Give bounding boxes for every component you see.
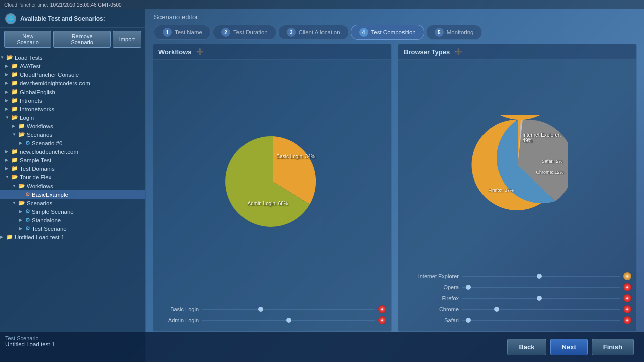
sidebar: 🌐 Available Test and Scenarios: New Scen… <box>0 9 146 362</box>
step-tab-3[interactable]: 3Client Allocation <box>278 25 349 40</box>
basic-login-thumb[interactable] <box>258 307 263 312</box>
browser-types-panel: Browser Types ➕ <box>398 44 637 332</box>
tree-label: Login <box>20 115 34 121</box>
browser-types-add-icon[interactable]: ➕ <box>454 47 463 56</box>
basic-login-icon: ● <box>378 305 386 313</box>
opera-thumb[interactable] <box>466 285 471 290</box>
next-button[interactable]: Next <box>550 339 588 355</box>
tree-item-basicexample[interactable]: ⚙BasicExample <box>0 190 145 199</box>
sidebar-bottom: Test Scenario Untitled Load test 1 <box>0 332 146 362</box>
finish-button[interactable]: Finish <box>592 339 634 355</box>
tree-item-workflows[interactable]: ▶📁Workflows <box>0 122 145 130</box>
safari-thumb[interactable] <box>466 318 471 323</box>
browser-types-title: Browser Types <box>404 48 450 56</box>
safari-slider-row: Safari ● <box>404 316 631 324</box>
cloudpuncher-time-value: 10/21/2010 13:00:46 GMT-0500 <box>50 2 122 8</box>
step-num-2: 2 <box>221 28 230 37</box>
workflows-panel-header: Workflows ➕ <box>153 44 391 60</box>
chrome-slider-row: Chrome ● <box>404 305 631 313</box>
tree-item-test-scenario[interactable]: ▶⚙Test Scenario <box>0 224 145 233</box>
tree-item-globalenglish[interactable]: ▶📁GlobalEnglish <box>0 87 145 96</box>
workflows-panel: Workflows ➕ Basic Login: 34% Admin Login… <box>153 44 392 332</box>
tree-item-load-tests[interactable]: ▼📂Load Tests <box>0 53 145 62</box>
scenario-editor-label: Scenario editor: <box>154 13 200 21</box>
browser-types-pie-chart: Internet Explorer: 49% Safari: 2% Chrome… <box>467 115 568 215</box>
tree-item-scenarios-2[interactable]: ▼📂Scenarios <box>0 199 145 207</box>
step-tabs: 1Test Name2Test Duration3Client Allocati… <box>146 23 644 44</box>
tree-label: Untitled Load test 1 <box>15 234 64 240</box>
step-label-3: Client Allocation <box>299 29 340 35</box>
sidebar-icon: 🌐 <box>5 13 16 24</box>
firefox-track[interactable] <box>462 298 620 299</box>
tree-item-sample-test[interactable]: ▶📁Sample Test <box>0 156 145 164</box>
chrome-thumb[interactable] <box>494 307 499 312</box>
tree-item-simple-scenario[interactable]: ▶⚙Simple Scenario <box>0 207 145 216</box>
tree-item-cloudpuncher-console[interactable]: ▶📁CloudPuncher Console <box>0 70 145 79</box>
firefox-icon: ● <box>623 294 631 302</box>
header-bar: CloudPuncher time: 10/21/2010 13:00:46 G… <box>0 0 644 9</box>
firefox-slider-row: Firefox ● <box>404 294 631 302</box>
step-tab-2[interactable]: 2Test Duration <box>213 25 276 40</box>
scenario-header: Scenario editor: <box>146 9 644 23</box>
safari-label-text: Safari <box>404 317 459 323</box>
new-scenario-button[interactable]: New Scenario <box>4 31 51 48</box>
step-label-1: Test Name <box>175 29 202 35</box>
tree-item-test-domains[interactable]: ▶📁Test Domains <box>0 164 145 173</box>
step-label-5: Monitoring <box>447 29 474 35</box>
step-num-1: 1 <box>163 28 172 37</box>
tree-label: dev.themidnightcoders.com <box>20 80 90 86</box>
chrome-track[interactable] <box>462 309 620 310</box>
browser-types-chart-area: Internet Explorer: 49% Safari: 2% Chrome… <box>398 60 636 270</box>
ie-thumb[interactable] <box>537 274 542 279</box>
tree-label: Scenarios <box>27 132 52 138</box>
tree-label: Workflows <box>27 183 53 189</box>
sidebar-status-label: Test Scenario <box>5 335 141 341</box>
tree-item-untitled-load-test-1[interactable]: ▶📁Untitled Load test 1 <box>0 233 145 241</box>
firefox-thumb[interactable] <box>537 296 542 301</box>
step-tab-5[interactable]: 5Monitoring <box>426 25 482 40</box>
tree-item-standalone[interactable]: ▶⚙Standalone <box>0 216 145 224</box>
tree-item-new-cloudpuncher[interactable]: ▶📁new.cloudpuncher.com <box>0 147 145 156</box>
basic-login-label-text: Basic Login <box>158 306 199 312</box>
tree-label: Workflows <box>27 123 53 129</box>
tree-item-workflows-2[interactable]: ▼📂Workflows <box>0 182 145 190</box>
tree-container: ▼📂Load Tests▶📁AVATest▶📁CloudPuncher Cons… <box>0 51 145 356</box>
remove-scenario-button[interactable]: Remove Scenario <box>53 31 110 48</box>
browser-types-panel-header: Browser Types ➕ <box>398 44 636 60</box>
tree-label: Sample Test <box>20 157 51 163</box>
tree-label: Test Scenario <box>32 226 67 232</box>
tree-item-login[interactable]: ▼📂Login <box>0 113 145 122</box>
tree-item-intronetworks[interactable]: ▶📁Intronetworks <box>0 105 145 113</box>
workflows-pie-svg <box>222 131 323 232</box>
sidebar-status-sublabel: Untitled Load test 1 <box>5 341 141 347</box>
basic-login-slider-row: Basic Login ● <box>158 305 386 313</box>
tree-label: Scenarios <box>27 200 52 206</box>
tree-item-scenarios[interactable]: ▼📂Scenarios <box>0 130 145 139</box>
admin-login-track[interactable] <box>202 320 375 321</box>
browser-sliders: Internet Explorer ● Opera ● Firefox <box>398 270 636 331</box>
tree-label: Scenario #0 <box>32 140 62 146</box>
opera-track[interactable] <box>462 287 620 288</box>
tree-item-scenario-0[interactable]: ▶⚙Scenario #0 <box>0 139 145 147</box>
workflows-add-icon[interactable]: ➕ <box>196 47 205 56</box>
safari-icon: ● <box>623 316 631 324</box>
step-tab-4[interactable]: 4Test Composition <box>351 25 424 40</box>
back-button[interactable]: Back <box>507 339 546 355</box>
import-button[interactable]: Import <box>113 31 141 48</box>
safari-track[interactable] <box>462 320 620 321</box>
tree-label: Load Tests <box>15 55 42 61</box>
ie-track[interactable] <box>462 276 620 277</box>
workflows-pie-chart: Basic Login: 34% Admin Login: 66% <box>222 131 323 232</box>
tree-label: AVATest <box>20 63 41 69</box>
tree-label: Intronets <box>20 98 42 104</box>
sidebar-title: Available Test and Scenarios: <box>20 15 105 22</box>
tree-item-tour-de-flex[interactable]: ▼📂Tour de Flex <box>0 173 145 182</box>
tree-item-avatest[interactable]: ▶📁AVATest <box>0 62 145 70</box>
chrome-icon: ● <box>623 305 631 313</box>
step-tab-1[interactable]: 1Test Name <box>154 25 211 40</box>
basic-login-track[interactable] <box>202 309 375 310</box>
admin-login-thumb[interactable] <box>286 318 291 323</box>
tree-item-dev-themidnightcoders[interactable]: ▶📁dev.themidnightcoders.com <box>0 79 145 87</box>
main-content: Scenario editor: 1Test Name2Test Duratio… <box>146 9 644 362</box>
tree-item-intronets[interactable]: ▶📁Intronets <box>0 96 145 105</box>
